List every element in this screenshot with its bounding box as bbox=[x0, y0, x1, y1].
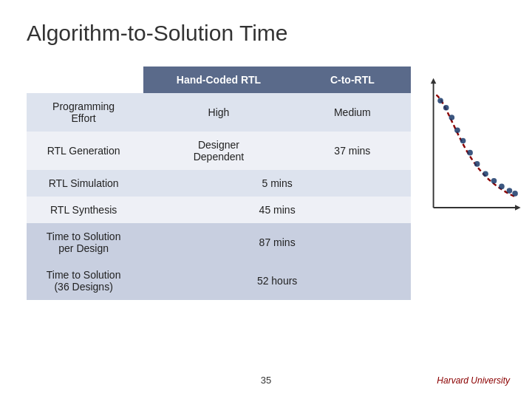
svg-point-12 bbox=[491, 178, 497, 184]
table-row: Time to Solution(36 Designs) 52 hours bbox=[27, 262, 411, 300]
row-col1: 52 hours bbox=[143, 262, 411, 300]
table-row: RTL Synthesis 45 mins bbox=[27, 197, 411, 223]
table-container: Hand-Coded RTL C-to-RTL ProgrammingEffor… bbox=[27, 66, 411, 300]
harvard-label: Harvard University bbox=[437, 375, 510, 386]
content-area: Hand-Coded RTL C-to-RTL ProgrammingEffor… bbox=[27, 66, 510, 300]
svg-point-13 bbox=[499, 184, 505, 190]
page-title: Algorithm-to-Solution Time bbox=[27, 21, 510, 46]
table-row: RTL Simulation 5 mins bbox=[27, 170, 411, 197]
row-label: RTL Simulation bbox=[27, 170, 143, 197]
svg-point-15 bbox=[512, 191, 518, 197]
row-col1: 87 mins bbox=[143, 223, 411, 262]
row-col1: High bbox=[143, 93, 293, 132]
table-row: ProgrammingEffort High Medium bbox=[27, 93, 411, 132]
col-header-empty bbox=[27, 66, 143, 93]
row-col2: Medium bbox=[294, 93, 411, 132]
svg-point-8 bbox=[460, 138, 466, 144]
comparison-table: Hand-Coded RTL C-to-RTL ProgrammingEffor… bbox=[27, 66, 411, 300]
chart-svg bbox=[418, 74, 525, 222]
svg-point-9 bbox=[467, 150, 473, 156]
svg-point-6 bbox=[449, 115, 455, 120]
svg-marker-1 bbox=[431, 78, 437, 84]
svg-point-7 bbox=[454, 127, 460, 133]
row-col1: DesignerDependent bbox=[143, 132, 293, 170]
page: Algorithm-to-Solution Time Hand-Coded RT… bbox=[0, 0, 532, 399]
svg-point-11 bbox=[482, 171, 488, 177]
svg-point-5 bbox=[443, 105, 449, 111]
row-label: Time to Solutionper Design bbox=[27, 223, 143, 262]
table-row: RTL Generation DesignerDependent 37 mins bbox=[27, 132, 411, 170]
row-col1: 5 mins bbox=[143, 170, 411, 197]
svg-point-4 bbox=[437, 98, 443, 103]
row-col1: 45 mins bbox=[143, 197, 411, 223]
col-header-handcoded: Hand-Coded RTL bbox=[143, 66, 293, 93]
row-label: RTL Synthesis bbox=[27, 197, 143, 223]
row-label: RTL Generation bbox=[27, 132, 143, 170]
svg-marker-3 bbox=[515, 205, 521, 211]
page-number: 35 bbox=[261, 375, 271, 386]
svg-point-14 bbox=[507, 188, 513, 194]
col-header-ctortl: C-to-RTL bbox=[294, 66, 411, 93]
row-label: Time to Solution(36 Designs) bbox=[27, 262, 143, 300]
row-label: ProgrammingEffort bbox=[27, 93, 143, 132]
svg-point-10 bbox=[474, 161, 480, 167]
chart-area bbox=[418, 74, 525, 225]
row-col2: 37 mins bbox=[294, 132, 411, 170]
table-row: Time to Solutionper Design 87 mins bbox=[27, 223, 411, 262]
